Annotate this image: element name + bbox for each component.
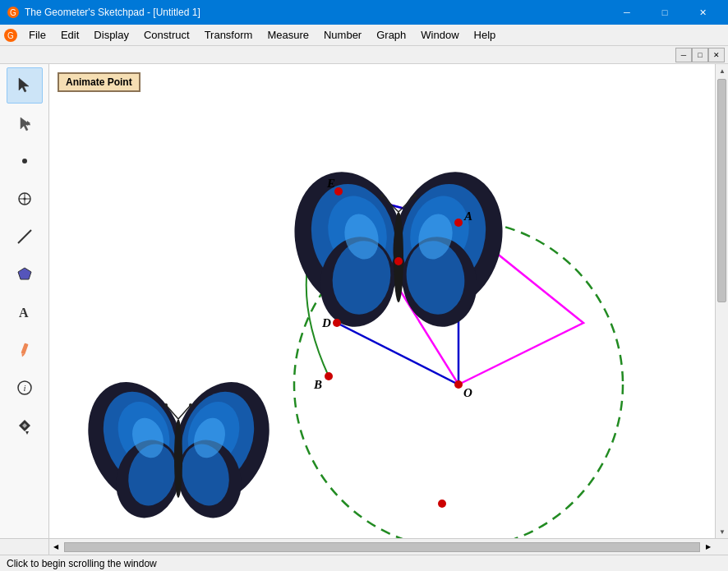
sketch-canvas: E A D B O (49, 64, 715, 538)
text-tool[interactable]: A (7, 294, 43, 330)
svg-marker-13 (18, 268, 31, 279)
sub-close[interactable]: ✕ (708, 48, 725, 62)
point-bottom-circle[interactable] (438, 500, 446, 508)
svg-point-49 (174, 419, 182, 498)
menu-graph[interactable]: Graph (369, 26, 413, 44)
toolbar: A i (0, 64, 49, 538)
svg-text:G: G (10, 8, 16, 17)
scroll-down-arrow[interactable]: ▼ (716, 525, 728, 538)
scroll-left-arrow[interactable]: ◀ (49, 541, 62, 554)
butterfly-main (279, 159, 518, 333)
point-E[interactable] (334, 187, 343, 196)
svg-point-35 (380, 194, 384, 197)
compass-tool[interactable] (7, 181, 43, 217)
svg-text:i: i (23, 383, 25, 393)
point-B[interactable] (325, 372, 333, 380)
horizontal-scrollbar[interactable]: ◀ ▶ (49, 539, 715, 555)
animate-point-button[interactable]: Animate Point (58, 72, 141, 92)
title-bar: G The Geometer's Sketchpad - [Untitled 1… (0, 0, 728, 25)
scroll-corner (715, 539, 728, 555)
select-tool-2[interactable] (7, 105, 43, 141)
menu-display[interactable]: Display (86, 26, 136, 44)
point-O[interactable] (454, 380, 463, 389)
svg-point-36 (413, 194, 417, 197)
svg-point-55 (189, 403, 192, 407)
point-tool[interactable] (7, 143, 43, 179)
svg-marker-21 (25, 431, 29, 435)
menu-transform[interactable]: Transform (197, 26, 260, 44)
v-scroll-thumb[interactable] (717, 79, 726, 302)
polygon-tool[interactable] (7, 256, 43, 292)
menu-measure[interactable]: Measure (260, 26, 316, 44)
menu-window[interactable]: Window (413, 26, 466, 44)
marker-tool[interactable] (7, 332, 43, 368)
app-icon: G (7, 6, 20, 19)
menu-bar: G File Edit Display Construct Transform … (0, 25, 728, 46)
h-scroll-thumb[interactable] (64, 542, 700, 552)
menu-number[interactable]: Number (316, 26, 369, 44)
menu-help[interactable]: Help (467, 26, 504, 44)
custom-tool[interactable] (7, 408, 43, 444)
svg-line-12 (18, 230, 31, 243)
window-controls: ─ □ ✕ (608, 0, 721, 25)
status-text: Click to begin scrolling the window (7, 558, 157, 569)
select-tool[interactable] (7, 67, 43, 104)
vertical-scrollbar[interactable]: ▲ ▼ (715, 64, 728, 538)
label-E: E (326, 177, 335, 190)
scroll-up-arrow[interactable]: ▲ (716, 64, 728, 77)
menu-construct[interactable]: Construct (136, 26, 197, 44)
canvas-area[interactable]: Animate Point (49, 64, 715, 538)
info-tool[interactable]: i (7, 370, 43, 406)
point-A[interactable] (454, 219, 463, 227)
sub-minimize[interactable]: ─ (675, 48, 692, 62)
maximize-button[interactable]: □ (646, 0, 684, 25)
close-button[interactable]: ✕ (684, 0, 721, 25)
corner-spacer (0, 539, 49, 555)
svg-point-54 (164, 403, 168, 407)
window-title: The Geometer's Sketchpad - [Untitled 1] (25, 7, 200, 18)
sub-window-controls: ─ □ ✕ (675, 48, 725, 62)
point-mid[interactable] (394, 257, 403, 265)
sub-maximize[interactable]: □ (692, 48, 708, 62)
label-B: B (313, 378, 322, 391)
minimize-button[interactable]: ─ (608, 0, 646, 25)
svg-rect-15 (21, 343, 28, 354)
label-O: O (463, 386, 472, 399)
status-bar: Click to begin scrolling the window (0, 555, 728, 571)
label-A: A (463, 210, 472, 223)
sub-title-bar: ─ □ ✕ (0, 46, 728, 64)
menu-edit[interactable]: Edit (53, 26, 86, 44)
label-D: D (321, 316, 331, 329)
main-area: A i Animate Point (0, 64, 728, 538)
line-tool[interactable] (7, 219, 43, 255)
app-menu-logo: G (3, 28, 18, 43)
point-D[interactable] (333, 319, 341, 327)
svg-text:G: G (7, 31, 14, 40)
svg-text:A: A (19, 306, 29, 320)
svg-point-7 (22, 159, 27, 163)
svg-marker-4 (19, 78, 29, 92)
scroll-right-arrow[interactable]: ▶ (702, 541, 715, 554)
butterfly-small (72, 369, 286, 525)
menu-file[interactable]: File (21, 26, 53, 44)
bottom-scrollbar-area: ◀ ▶ (0, 538, 728, 555)
